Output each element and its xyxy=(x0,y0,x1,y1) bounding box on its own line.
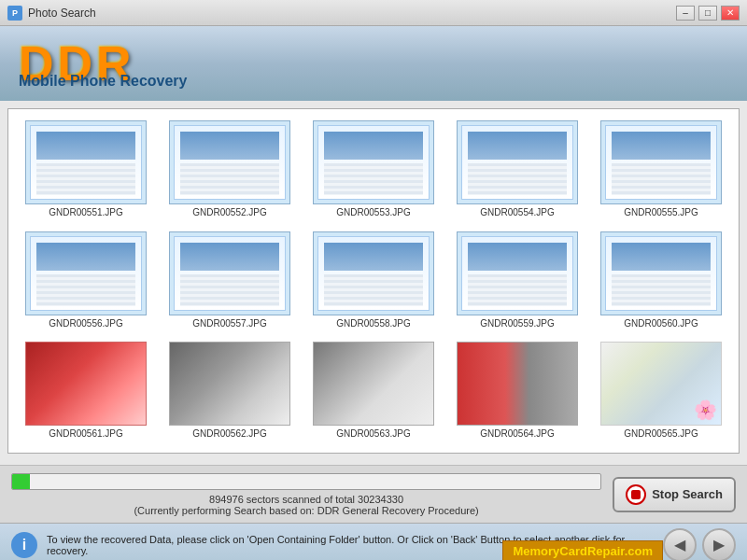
forward-button[interactable]: ▶ xyxy=(702,528,736,561)
stop-button-label: Stop Search xyxy=(652,487,723,501)
back-button[interactable]: ◀ xyxy=(663,528,697,561)
list-item[interactable]: GNDR00555.JPG xyxy=(591,117,731,224)
progress-status-text: 894976 sectors scanned of total 30234330 xyxy=(11,494,601,505)
list-item[interactable]: GNDR00557.JPG xyxy=(160,228,300,335)
photo-thumbnail xyxy=(600,342,722,426)
main-content: GNDR00551.JPG GNDR00552.JPG GNDR00553.JP… xyxy=(0,101,747,465)
progress-info: 894976 sectors scanned of total 30234330… xyxy=(11,473,601,516)
photo-label: GNDR00551.JPG xyxy=(49,207,122,217)
photo-label: GNDR00563.JPG xyxy=(336,428,410,439)
app-icon: P xyxy=(7,6,22,21)
photo-label: GNDR00562.JPG xyxy=(192,428,266,439)
info-icon: i xyxy=(11,532,37,558)
maximize-button[interactable]: □ xyxy=(698,6,717,21)
minimize-button[interactable]: – xyxy=(676,6,695,21)
photo-label: GNDR00565.JPG xyxy=(624,428,698,439)
photo-thumbnail xyxy=(313,231,434,315)
photo-thumbnail xyxy=(25,120,147,204)
photo-grid-container: GNDR00551.JPG GNDR00552.JPG GNDR00553.JP… xyxy=(7,108,740,454)
photo-label: GNDR00561.JPG xyxy=(49,428,122,439)
list-item[interactable]: GNDR00560.JPG xyxy=(591,228,731,335)
photo-label: GNDR00564.JPG xyxy=(480,428,554,439)
stop-icon-inner xyxy=(631,490,641,499)
photo-thumbnail xyxy=(313,120,434,204)
photo-thumbnail xyxy=(457,231,578,315)
app-header: DDR Mobile Phone Recovery xyxy=(0,26,747,101)
list-item[interactable]: GNDR00551.JPG xyxy=(16,117,156,224)
photo-thumbnail xyxy=(600,231,722,315)
close-button[interactable]: ✕ xyxy=(721,6,740,21)
progress-bar-fill xyxy=(12,474,30,489)
stop-icon xyxy=(626,484,646,505)
list-item[interactable]: GNDR00553.JPG xyxy=(303,117,444,224)
list-item[interactable]: GNDR00562.JPG xyxy=(160,338,300,445)
photo-label: GNDR00557.JPG xyxy=(192,318,266,329)
nav-buttons: ◀ ▶ xyxy=(663,528,736,561)
list-item[interactable]: GNDR00564.JPG xyxy=(447,338,587,445)
photo-label: GNDR00552.JPG xyxy=(192,207,266,217)
photo-label: GNDR00559.JPG xyxy=(480,318,554,329)
photo-label: GNDR00554.JPG xyxy=(480,207,554,217)
photo-thumbnail xyxy=(313,342,434,426)
progress-bar-container xyxy=(11,473,601,490)
title-bar-left: P Photo Search xyxy=(7,6,96,21)
photo-label: GNDR00556.JPG xyxy=(49,318,122,329)
list-item[interactable]: GNDR00565.JPG xyxy=(591,338,731,445)
window-controls: – □ ✕ xyxy=(676,6,740,21)
list-item[interactable]: GNDR00552.JPG xyxy=(160,117,300,224)
list-item[interactable]: GNDR00559.JPG xyxy=(447,228,587,335)
progress-section: 894976 sectors scanned of total 30234330… xyxy=(0,465,747,523)
brand-label: MemoryCardRepair.com xyxy=(502,540,663,560)
list-item[interactable]: GNDR00554.JPG xyxy=(447,117,587,224)
photo-label: GNDR00558.JPG xyxy=(336,318,410,329)
photo-thumbnail xyxy=(25,342,147,426)
list-item[interactable]: GNDR00558.JPG xyxy=(303,228,444,335)
list-item[interactable]: GNDR00556.JPG xyxy=(16,228,156,335)
photo-label: GNDR00560.JPG xyxy=(624,318,698,329)
photo-label: GNDR00553.JPG xyxy=(336,207,410,217)
photo-thumbnail xyxy=(169,231,290,315)
photo-label: GNDR00555.JPG xyxy=(624,207,698,217)
stop-search-button[interactable]: Stop Search xyxy=(613,477,736,512)
info-bar-wrapper: i To view the recovered Data, please cli… xyxy=(0,523,747,560)
list-item[interactable]: GNDR00563.JPG xyxy=(303,338,444,445)
list-item[interactable]: GNDR00561.JPG xyxy=(16,338,156,445)
photo-thumbnail xyxy=(457,342,578,426)
photo-thumbnail xyxy=(169,120,290,204)
window-title: Photo Search xyxy=(28,7,96,20)
photo-thumbnail xyxy=(457,120,578,204)
photo-thumbnail xyxy=(25,231,147,315)
title-bar: P Photo Search – □ ✕ xyxy=(0,0,747,26)
photo-thumbnail xyxy=(169,342,290,426)
app-subtitle: Mobile Phone Recovery xyxy=(19,73,188,90)
progress-procedure-text: (Currently performing Search based on: D… xyxy=(11,505,601,516)
photo-thumbnail xyxy=(600,120,722,204)
photo-grid[interactable]: GNDR00551.JPG GNDR00552.JPG GNDR00553.JP… xyxy=(8,109,739,453)
